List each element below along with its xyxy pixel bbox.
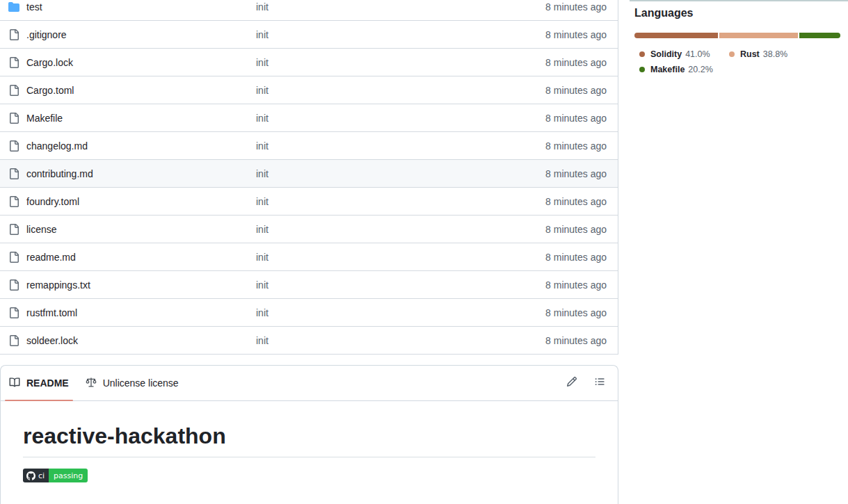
commit-message-cell: init: [256, 57, 545, 68]
file-name-link[interactable]: license: [26, 224, 57, 235]
commit-message-cell: init: [256, 1, 545, 13]
commit-message-cell: init: [256, 335, 545, 346]
law-icon: [86, 377, 97, 390]
tab-readme-label: README: [26, 377, 69, 389]
file-icon: [8, 29, 19, 40]
language-name: Makefile: [650, 65, 685, 74]
file-row[interactable]: .gitignore init 8 minutes ago: [0, 21, 618, 49]
file-row[interactable]: license init 8 minutes ago: [0, 216, 618, 243]
file-name-cell: .gitignore: [8, 29, 256, 40]
commit-message-link[interactable]: init: [256, 57, 269, 68]
file-name-cell: foundry.toml: [8, 196, 256, 207]
commit-time-link[interactable]: 8 minutes ago: [545, 307, 607, 318]
tab-license-label: Unlicense license: [103, 377, 179, 389]
language-legend-item[interactable]: Solidity 41.0%: [634, 47, 724, 62]
language-bar-segment[interactable]: [719, 33, 798, 38]
language-legend-item[interactable]: Makefile 20.2%: [634, 62, 713, 77]
ci-status-badge[interactable]: ci passing: [23, 469, 88, 482]
file-name-link[interactable]: .gitignore: [26, 29, 67, 40]
badge-label: ci: [38, 471, 45, 480]
commit-message-link[interactable]: init: [256, 1, 269, 13]
languages-legend: Solidity 41.0% Rust 38.8% Makefile 20.2%: [634, 47, 840, 77]
file-name-link[interactable]: contributing.md: [26, 168, 93, 179]
file-icon: [8, 224, 19, 235]
commit-time-link[interactable]: 8 minutes ago: [545, 252, 607, 263]
file-row[interactable]: Cargo.lock init 8 minutes ago: [0, 49, 618, 76]
commit-message-cell: init: [256, 307, 545, 318]
file-name-link[interactable]: test: [26, 1, 42, 13]
commit-message-link[interactable]: init: [256, 85, 269, 96]
language-bar-segment[interactable]: [634, 33, 718, 38]
file-name-cell: test: [8, 1, 256, 13]
file-icon: [8, 113, 19, 124]
file-name-link[interactable]: foundry.toml: [26, 196, 79, 207]
file-row[interactable]: test init 8 minutes ago: [0, 0, 618, 21]
commit-message-link[interactable]: init: [256, 140, 269, 152]
commit-message-link[interactable]: init: [256, 307, 269, 318]
readme-panel: README Unlicense license: [0, 365, 618, 504]
file-row[interactable]: readme.md init 8 minutes ago: [0, 243, 618, 271]
commit-time-link[interactable]: 8 minutes ago: [545, 1, 607, 13]
commit-time-link[interactable]: 8 minutes ago: [545, 85, 607, 96]
commit-message-cell: init: [256, 224, 545, 235]
commit-message-link[interactable]: init: [256, 168, 269, 179]
tab-readme[interactable]: README: [3, 366, 74, 400]
file-name-link[interactable]: changelog.md: [26, 140, 88, 152]
commit-time-link[interactable]: 8 minutes ago: [545, 224, 607, 235]
outline-button[interactable]: [589, 372, 611, 394]
file-row[interactable]: rustfmt.toml init 8 minutes ago: [0, 299, 618, 327]
repo-main-column: test init 8 minutes ago .gitignore init …: [0, 0, 618, 504]
commit-message-link[interactable]: init: [256, 29, 269, 40]
file-name-link[interactable]: Cargo.lock: [26, 57, 73, 68]
github-octocat-icon: [26, 471, 35, 480]
commit-time-link[interactable]: 8 minutes ago: [545, 113, 607, 124]
file-row[interactable]: foundry.toml init 8 minutes ago: [0, 188, 618, 216]
file-row[interactable]: Cargo.toml init 8 minutes ago: [0, 76, 618, 104]
edit-readme-button[interactable]: [561, 372, 583, 394]
file-name-cell: license: [8, 224, 256, 235]
file-name-link[interactable]: remappings.txt: [26, 279, 90, 291]
file-name-link[interactable]: rustfmt.toml: [26, 307, 77, 318]
file-icon: [8, 85, 19, 96]
language-bar-segment[interactable]: [799, 33, 840, 38]
file-name-cell: readme.md: [8, 252, 256, 263]
commit-message-link[interactable]: init: [256, 196, 269, 207]
language-legend-item[interactable]: Rust 38.8%: [724, 47, 840, 62]
book-icon: [9, 377, 20, 390]
file-icon: [8, 279, 19, 291]
file-name-link[interactable]: readme.md: [26, 252, 76, 263]
file-name-link[interactable]: soldeer.lock: [26, 335, 78, 346]
commit-time-link[interactable]: 8 minutes ago: [545, 29, 607, 40]
tab-license[interactable]: Unlicense license: [80, 366, 184, 400]
commit-time-link[interactable]: 8 minutes ago: [545, 335, 607, 346]
languages-bar: [634, 33, 840, 38]
file-row[interactable]: changelog.md init 8 minutes ago: [0, 132, 618, 160]
file-icon: [8, 57, 19, 68]
commit-message-cell: init: [256, 196, 545, 207]
commit-message-link[interactable]: init: [256, 224, 269, 235]
file-row[interactable]: remappings.txt init 8 minutes ago: [0, 271, 618, 299]
file-name-link[interactable]: Cargo.toml: [26, 85, 74, 96]
commit-message-cell: init: [256, 168, 545, 179]
commit-time-link[interactable]: 8 minutes ago: [545, 168, 607, 179]
commit-time-link[interactable]: 8 minutes ago: [545, 57, 607, 68]
file-row[interactable]: soldeer.lock init 8 minutes ago: [0, 327, 618, 355]
badge-row: ci passing: [23, 469, 595, 483]
commit-time-link[interactable]: 8 minutes ago: [545, 279, 607, 291]
language-name: Rust: [740, 49, 760, 59]
commit-time-link[interactable]: 8 minutes ago: [545, 140, 607, 152]
file-icon: [8, 252, 19, 263]
commit-time-link[interactable]: 8 minutes ago: [545, 196, 607, 207]
file-name-cell: changelog.md: [8, 140, 256, 152]
commit-message-link[interactable]: init: [256, 279, 269, 291]
file-name-link[interactable]: Makefile: [26, 113, 63, 124]
file-name-cell: Cargo.toml: [8, 85, 256, 96]
file-row[interactable]: Makefile init 8 minutes ago: [0, 104, 618, 132]
commit-message-link[interactable]: init: [256, 113, 269, 124]
language-percent: 41.0%: [685, 49, 710, 59]
file-icon: [8, 168, 19, 179]
commit-message-link[interactable]: init: [256, 335, 269, 346]
file-row[interactable]: contributing.md init 8 minutes ago: [0, 160, 618, 188]
commit-message-link[interactable]: init: [256, 252, 269, 263]
languages-title: Languages: [634, 7, 840, 19]
